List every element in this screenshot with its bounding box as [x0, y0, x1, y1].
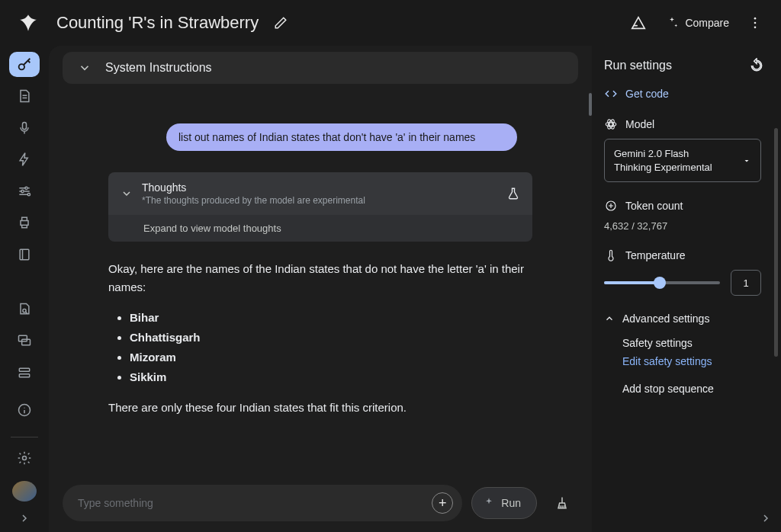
list-item: Chhattisgarh [130, 328, 532, 347]
svg-point-16 [23, 456, 27, 460]
chevron-down-icon [121, 187, 133, 200]
sidebar-item-document[interactable] [9, 83, 40, 108]
svg-point-7 [27, 193, 30, 195]
sidebar-item-bolt[interactable] [9, 146, 40, 171]
user-message-bubble: list out names of Indian states that don… [166, 123, 517, 151]
advanced-settings-toggle[interactable]: Advanced settings [604, 312, 761, 325]
sidebar-item-book[interactable] [9, 242, 40, 267]
get-code-button[interactable]: Get code [604, 87, 761, 101]
svg-point-0 [754, 18, 757, 20]
response-outro: There are only these four Indian states … [108, 399, 532, 417]
svg-point-17 [609, 123, 613, 127]
token-count-value: 4,632 / 32,767 [604, 220, 761, 232]
stop-sequence-label: Add stop sequence [622, 383, 761, 395]
advanced-label: Advanced settings [622, 312, 709, 325]
run-button[interactable]: Run [471, 487, 537, 519]
avatar[interactable] [12, 481, 37, 502]
thoughts-header[interactable]: Thoughts *The thoughts produced by the m… [108, 172, 532, 215]
more-menu-icon[interactable] [747, 15, 763, 30]
model-select[interactable]: Gemini 2.0 Flash Thinking Experimental [604, 139, 761, 182]
prompt-input-container: + [63, 485, 462, 521]
svg-point-10 [23, 309, 26, 312]
thoughts-title: Thoughts [142, 181, 497, 194]
svg-point-3 [19, 64, 24, 69]
compare-button[interactable]: Compare [665, 16, 729, 30]
system-instructions-toggle[interactable]: System Instructions [63, 52, 578, 84]
sidebar-item-print[interactable] [9, 210, 40, 235]
model-response: Okay, here are the names of the Indian s… [108, 260, 532, 417]
prompt-input[interactable] [78, 497, 432, 509]
reset-chat-icon[interactable] [630, 14, 647, 31]
center-panel: System Instructions list out names of In… [49, 46, 592, 532]
get-code-label: Get code [625, 88, 669, 100]
svg-rect-8 [21, 221, 28, 226]
logo-icon [18, 13, 38, 33]
token-label: Token count [625, 200, 683, 212]
left-rail [0, 46, 49, 532]
model-label: Model [625, 118, 654, 130]
sidebar-item-mic[interactable] [9, 115, 40, 140]
model-icon [604, 117, 618, 131]
reset-settings-icon[interactable] [749, 58, 764, 73]
right-panel: Run settings Get code Model Gemini 2.0 F… [592, 46, 781, 532]
thermometer-icon [604, 248, 618, 262]
sidebar-item-info[interactable] [9, 397, 40, 422]
run-settings-title: Run settings [604, 59, 672, 72]
thoughts-expand[interactable]: Expand to view model thoughts [108, 215, 532, 242]
svg-rect-11 [19, 336, 27, 342]
dropdown-caret-icon [742, 156, 751, 165]
sidebar-item-key[interactable] [9, 52, 40, 77]
safety-settings-label: Safety settings [622, 337, 761, 349]
svg-point-5 [25, 187, 27, 189]
run-label: Run [501, 497, 521, 509]
topbar: Counting 'R's in Strawberry Compare [0, 0, 781, 46]
add-attachment-icon[interactable]: + [432, 492, 453, 514]
list-item: Sikkim [130, 368, 532, 386]
sidebar-expand-icon[interactable] [18, 512, 31, 524]
svg-rect-12 [22, 340, 31, 346]
settings-scrollbar[interactable] [774, 128, 778, 357]
input-row: + Run [49, 479, 592, 532]
beaker-icon [506, 187, 520, 200]
conversation-scroll[interactable]: list out names of Indian states that don… [49, 93, 592, 479]
panel-collapse-icon[interactable] [760, 512, 772, 524]
sidebar-item-settings[interactable] [9, 445, 40, 470]
page-title: Counting 'R's in Strawberry [56, 13, 259, 33]
svg-point-1 [754, 22, 757, 24]
clear-button[interactable] [546, 487, 578, 519]
svg-rect-9 [20, 249, 29, 259]
edit-title-icon[interactable] [274, 16, 288, 30]
model-value: Gemini 2.0 Flash Thinking Experimental [614, 147, 721, 174]
svg-rect-14 [19, 373, 29, 377]
response-intro: Okay, here are the names of the Indian s… [108, 260, 532, 296]
system-instructions-label: System Instructions [105, 61, 212, 75]
token-icon [604, 199, 618, 213]
sidebar-item-tune[interactable] [9, 178, 40, 204]
thoughts-block: Thoughts *The thoughts produced by the m… [108, 172, 532, 242]
list-item: Mizoram [130, 348, 532, 367]
main-row: System Instructions list out names of In… [0, 46, 781, 532]
thoughts-subtitle: *The thoughts produced by the model are … [142, 195, 497, 206]
sidebar-item-chat[interactable] [9, 328, 40, 354]
svg-rect-4 [23, 122, 27, 129]
sidebar-item-search-doc[interactable] [9, 296, 40, 322]
compare-label: Compare [685, 17, 729, 29]
chevron-down-icon [78, 61, 92, 75]
response-list: Bihar Chhattisgarh Mizoram Sikkim [130, 309, 532, 386]
temperature-slider[interactable] [604, 281, 720, 284]
svg-rect-13 [19, 368, 29, 371]
temperature-label: Temperature [625, 249, 686, 261]
svg-point-2 [754, 27, 757, 29]
temperature-value[interactable]: 1 [731, 270, 761, 296]
list-item: Bihar [130, 309, 532, 327]
topbar-actions: Compare [630, 14, 769, 31]
edit-safety-link[interactable]: Edit safety settings [622, 355, 761, 367]
svg-point-6 [21, 190, 24, 192]
settings-scroll[interactable]: Get code Model Gemini 2.0 Flash Thinking… [604, 87, 764, 532]
sidebar-item-server[interactable] [9, 360, 40, 385]
